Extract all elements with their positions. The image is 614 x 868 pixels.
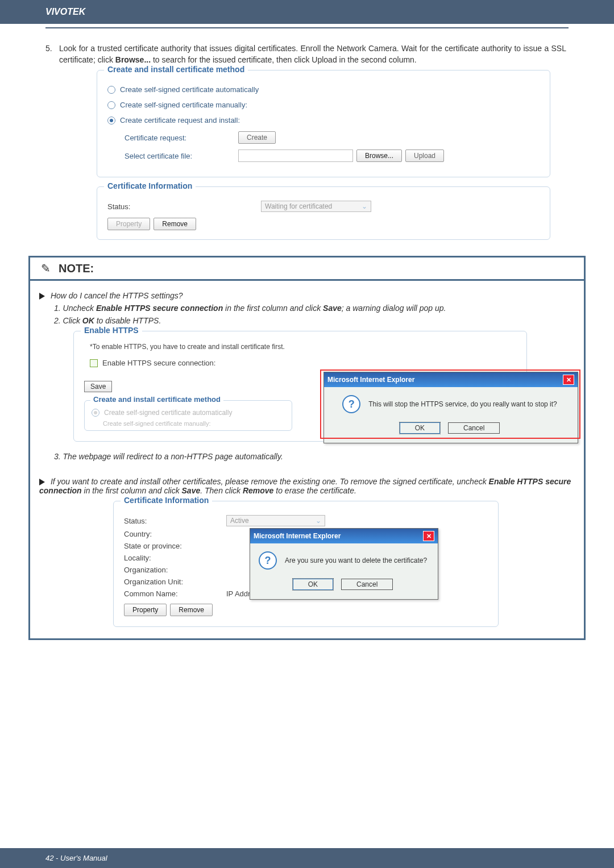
method-subfieldset: Create and install certificate method Cr… xyxy=(84,400,292,431)
pencil-icon: ✎ xyxy=(38,261,53,276)
method-legend: Create and install certificate method xyxy=(90,395,223,404)
faq-step-3: 3. The webpage will redirect to a non-HT… xyxy=(54,452,575,461)
status-row: Status: Waiting for certificated ⌄ xyxy=(107,201,540,212)
close-icon[interactable]: ✕ xyxy=(563,375,574,385)
screenshot-2: Certificate Information Status: Active⌄ … xyxy=(73,501,575,627)
brand-header: VIVOTEK xyxy=(0,0,614,24)
radio-request[interactable]: Create certificate request and install: xyxy=(107,116,540,124)
cut-row: Create self-signed certificate manually: xyxy=(103,420,285,427)
chevron-down-icon: ⌄ xyxy=(316,517,321,525)
triangle-icon xyxy=(39,479,45,485)
dialog-title: Microsoft Internet Explorer xyxy=(254,532,341,540)
faq-2: If you want to create and install other … xyxy=(39,477,575,495)
dialog-titlebar: Microsoft Internet Explorer ✕ xyxy=(324,372,578,387)
select-file-row: Select certificate file: Browse... Uploa… xyxy=(125,149,540,162)
faq-step-2: 2. Click OK to disable HTTPS. xyxy=(54,316,575,325)
dialog-titlebar: Microsoft Internet Explorer ✕ xyxy=(250,529,438,543)
cancel-button[interactable]: Cancel xyxy=(341,579,393,590)
dialog-title: Microsoft Internet Explorer xyxy=(327,376,414,384)
save-button[interactable]: Save xyxy=(84,381,112,392)
page-footer: 42 - User's Manual xyxy=(0,848,614,868)
faq-2-text: If you want to create and install other … xyxy=(39,477,571,495)
faq-step-1: 1. Uncheck Enable HTTPS secure connectio… xyxy=(54,304,575,313)
cert-method-legend: Create and install certificate method xyxy=(104,65,248,74)
dialog-message: This will stop the HTTPS service, do you… xyxy=(368,400,557,408)
create-button[interactable]: Create xyxy=(238,131,276,144)
property-button-2[interactable]: Property xyxy=(124,604,167,616)
locality-label: Locality: xyxy=(124,554,221,562)
enable-checkbox-row[interactable]: Enable HTTPS secure connection: xyxy=(90,359,516,367)
question-icon: ? xyxy=(259,551,277,570)
ok-button[interactable]: OK xyxy=(400,422,440,434)
dialog-stop-https: Microsoft Internet Explorer ✕ ? This wil… xyxy=(323,372,578,443)
screenshot-1: Enable HTTPS *To enable HTTPS, you have … xyxy=(73,331,575,442)
orgunit-label: Organization Unit: xyxy=(124,578,221,586)
radio-label: Create certificate request and install: xyxy=(120,116,240,124)
checkbox-icon xyxy=(90,359,98,367)
upload-button[interactable]: Upload xyxy=(405,149,444,162)
radio-icon xyxy=(92,409,99,417)
triangle-icon xyxy=(39,293,45,300)
note-header: ✎ NOTE: xyxy=(30,258,584,281)
cert-info-fieldset: Certificate Information Status: Waiting … xyxy=(97,186,550,240)
step-text: Look for a trusted certificate authority… xyxy=(59,43,566,65)
cert-info-2-legend: Certificate Information xyxy=(121,496,212,505)
status-select-2: Active⌄ xyxy=(226,515,325,526)
radio-icon xyxy=(107,86,115,94)
file-path-input[interactable] xyxy=(238,149,353,162)
status-select: Waiting for certificated ⌄ xyxy=(261,201,371,212)
cert-request-row: Certificate request: Create xyxy=(125,131,540,144)
note-box: ✎ NOTE: How do I cancel the HTTPS settin… xyxy=(28,256,586,640)
property-button[interactable]: Property xyxy=(107,218,150,230)
dialog-delete-cert: Microsoft Internet Explorer ✕ ? Are you … xyxy=(250,528,438,600)
cancel-button[interactable]: Cancel xyxy=(448,422,500,434)
faq-1: How do I cancel the HTTPS settings? xyxy=(39,291,575,300)
cn-label: Common Name: xyxy=(124,589,221,598)
status-label: Status: xyxy=(107,202,193,211)
step-5-paragraph: 5.Look for a trusted certificate authori… xyxy=(45,43,569,65)
brand-text: VIVOTEK xyxy=(45,7,85,16)
radio-icon xyxy=(107,101,115,109)
enable-checkbox-label: Enable HTTPS secure connection: xyxy=(102,359,215,367)
step-number: 5. xyxy=(45,43,59,55)
note-title: NOTE: xyxy=(59,262,94,275)
chevron-down-icon: ⌄ xyxy=(362,202,367,210)
radio-label: Create self-signed certificate automatic… xyxy=(120,85,259,94)
cert-method-fieldset: Create and install certificate method Cr… xyxy=(97,70,550,177)
cert-info-legend: Certificate Information xyxy=(104,181,196,190)
close-icon[interactable]: ✕ xyxy=(423,531,434,541)
remove-button[interactable]: Remove xyxy=(154,218,196,230)
browse-button[interactable]: Browse... xyxy=(356,149,402,162)
enable-hint: *To enable HTTPS, you have to create and… xyxy=(90,343,516,351)
cert-request-label: Certificate request: xyxy=(125,134,238,142)
dialog-message: Are you sure you want to delete the cert… xyxy=(285,556,427,564)
state-label: State or province: xyxy=(124,542,221,550)
enable-legend: Enable HTTPS xyxy=(81,326,142,335)
select-file-label: Select certificate file: xyxy=(125,152,238,160)
ok-button[interactable]: OK xyxy=(293,579,333,590)
status-label: Status: xyxy=(124,517,221,525)
radio-auto-2: Create self-signed certificate automatic… xyxy=(92,409,285,417)
question-icon: ? xyxy=(342,395,360,413)
radio-manual[interactable]: Create self-signed certificate manually: xyxy=(107,101,540,109)
faq-question: How do I cancel the HTTPS settings? xyxy=(51,291,183,300)
radio-icon xyxy=(107,117,115,124)
org-label: Organization: xyxy=(124,566,221,574)
country-label: Country: xyxy=(124,530,221,538)
radio-auto[interactable]: Create self-signed certificate automatic… xyxy=(107,85,540,94)
remove-button-2[interactable]: Remove xyxy=(170,604,213,616)
radio-label: Create self-signed certificate manually: xyxy=(120,101,247,109)
